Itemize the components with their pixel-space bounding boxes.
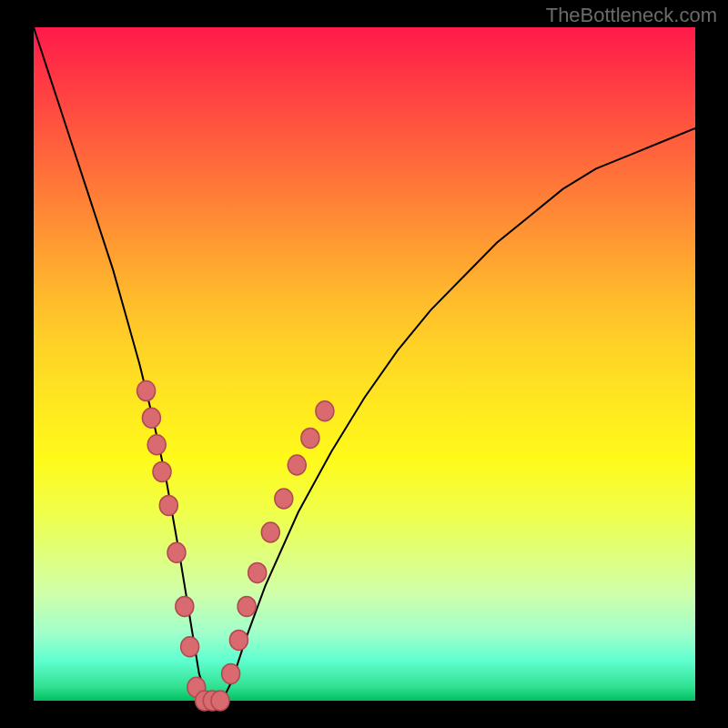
bead-marker (316, 401, 334, 421)
bead-marker (153, 461, 171, 481)
bead-marker (238, 596, 256, 616)
beads-group (137, 381, 334, 711)
bead-marker (248, 562, 267, 582)
bead-marker (261, 522, 279, 542)
bead-marker (137, 381, 156, 401)
chart-plot-area (34, 27, 695, 701)
bead-marker (176, 596, 194, 616)
curve-svg (34, 27, 695, 701)
bead-marker (288, 455, 306, 475)
bead-marker (211, 691, 229, 711)
bead-marker (301, 428, 319, 448)
bead-marker (147, 435, 166, 455)
bead-marker (181, 637, 199, 657)
bead-marker (275, 489, 293, 509)
bead-marker (229, 630, 248, 650)
bead-marker (159, 495, 177, 515)
bead-marker (222, 663, 240, 683)
bead-marker (167, 542, 186, 562)
bead-marker (142, 408, 160, 428)
watermark-text: TheBottleneck.com (546, 4, 717, 27)
bottleneck-curve (34, 27, 695, 701)
